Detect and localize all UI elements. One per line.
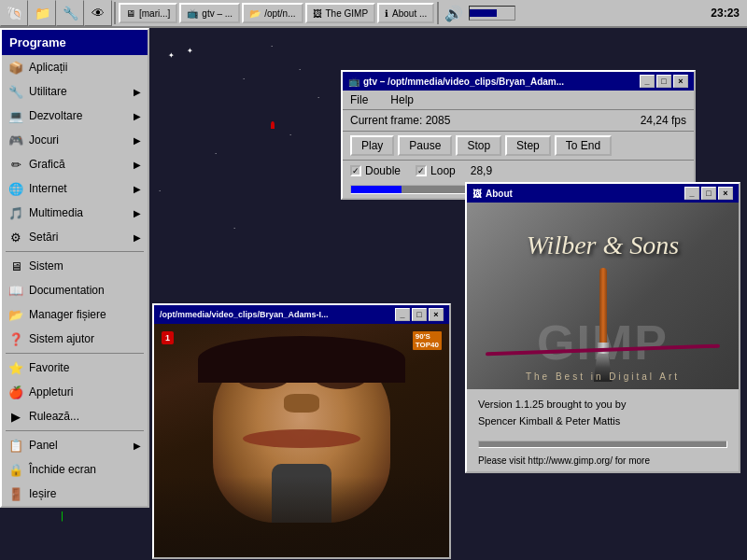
gtv-frame-label: Current frame: 2085 (350, 114, 450, 127)
gtv-loop-checkbox[interactable]: ✓ (416, 165, 427, 176)
menu-item-grafica-label: Grafică (29, 158, 65, 171)
menu-item-panel[interactable]: 📋 Panel ▶ (2, 433, 148, 457)
menu-item-setari[interactable]: ⚙ Setări ▶ (2, 225, 148, 249)
star-4: · (215, 149, 217, 158)
star-7: · (233, 224, 235, 232)
menu-item-manager-label: Manager fișiere (29, 308, 106, 321)
menu-item-internet[interactable]: 🌐 Internet ▶ (2, 176, 148, 201)
opt-icon: 📂 (249, 8, 261, 19)
taskbar-btn-gtv-label: gtv – ... (202, 8, 233, 19)
menu-item-appleturi-label: Appleturi (29, 385, 73, 399)
menu-item-inchide[interactable]: 🔒 Închide ecran (2, 457, 148, 482)
gimp-tb-icon: 🖼 (313, 8, 322, 19)
aplicatii-icon: 📦 (8, 60, 23, 75)
gtv-menu-help[interactable]: Help (387, 92, 417, 107)
gimp-canvas: GIMP Wilber & Sons The Best in Digital A… (467, 203, 739, 389)
taskbar-btn-gimp-label: The GIMP (326, 8, 369, 19)
menu-item-iesire[interactable]: 🚪 Ieșire (2, 482, 148, 506)
menu-item-dezvoltare-label: Dezvoltare (29, 109, 82, 122)
taskbar-btn-mari-label: [mari...] (139, 8, 170, 19)
taskbar-tools-icon[interactable]: 🔧 (56, 0, 84, 26)
jocuri-icon: 🎮 (8, 133, 23, 147)
taskbar-btn-about-label: About ... (392, 8, 427, 19)
setari-arrow: ▶ (134, 232, 141, 243)
gtv-double-checkbox[interactable]: ✓ (350, 165, 361, 176)
gimp-about-window: 🖼 About _ □ × GIMP Wilber & Sons (465, 182, 740, 473)
menu-item-documentation-label: Documentation (29, 284, 105, 297)
gimp-about-titlebar: 🖼 About _ □ × (467, 184, 739, 203)
menu-sep-2 (6, 353, 144, 354)
menu-item-sistem[interactable]: 🖥 Sistem (2, 254, 148, 278)
gtv-options: ✓ Double ✓ Loop 28,9 (343, 161, 694, 181)
taskbar-folder-icon[interactable]: 📁 (28, 0, 56, 26)
gimp-minimize-btn[interactable]: _ (684, 187, 699, 200)
taskbar-btn-about[interactable]: ℹ About ... (377, 3, 434, 23)
utilitare-icon: 🔧 (8, 84, 23, 99)
gimp-about-title-icon: 🖼 (472, 189, 482, 199)
menu-item-favorite-label: Favorite (29, 361, 69, 374)
gimp-version-text: Version 1.1.25 brought to you by (478, 397, 727, 413)
taskbar: 🐚 📁 🔧 👁 🖥 [mari...] 📺 gtv – ... 📂 /opt/n… (0, 0, 747, 28)
grafica-arrow: ▶ (134, 160, 141, 170)
menu-item-jocuri[interactable]: 🎮 Jocuri ▶ (2, 128, 148, 152)
panel-arrow: ▶ (134, 441, 141, 451)
taskbar-btn-mari[interactable]: 🖥 [mari...] (119, 3, 177, 23)
menu-item-documentation[interactable]: 📖 Documentation (2, 278, 148, 302)
volume-slider[interactable] (469, 6, 515, 21)
gtv-stop-btn[interactable]: Stop (456, 135, 501, 156)
multimedia-icon: 🎵 (8, 205, 23, 220)
gtv-pause-btn[interactable]: Pause (398, 135, 452, 156)
menu-item-ajutor-label: Sistem ajutor (29, 332, 94, 345)
gtv-controls: Play Pause Stop Step To End (343, 132, 694, 161)
gtv-loop-label: Loop (430, 164, 456, 177)
menu-sep-3 (6, 430, 144, 431)
gtv-double-check[interactable]: ✓ Double (350, 164, 401, 177)
gtv-step-btn[interactable]: Step (505, 135, 551, 156)
gimp-logo-area: Wilber & Sons (486, 231, 720, 260)
gimp-close-btn[interactable]: × (718, 187, 733, 200)
video-minimize-btn[interactable]: _ (395, 308, 410, 321)
menu-item-internet-label: Internet (29, 182, 67, 195)
video-maximize-btn[interactable]: □ (412, 308, 427, 321)
menu-item-ruleaza[interactable]: ▶ Rulează... (2, 404, 148, 428)
taskbar-eye-icon[interactable]: 👁 (84, 0, 112, 26)
gimp-authors-text: Spencer Kimball & Peter Mattis (478, 413, 727, 430)
gtv-maximize-btn[interactable]: □ (656, 75, 671, 88)
menu-item-jocuri-label: Jocuri (29, 133, 59, 147)
gtv-info-bar: Current frame: 2085 24,24 fps (343, 110, 694, 132)
video-close-btn[interactable]: × (429, 308, 444, 321)
menu-item-utilitare[interactable]: 🔧 Utilitare ▶ (2, 79, 148, 104)
menu-item-ajutor[interactable]: ❓ Sistem ajutor (2, 327, 148, 351)
gimp-wilber-text: Wilber & Sons (486, 231, 720, 260)
menu-item-inchide-label: Închide ecran (29, 463, 96, 476)
video-mouth (243, 429, 360, 448)
video-mic (272, 464, 331, 523)
gtv-loop-check[interactable]: ✓ Loop (416, 164, 456, 177)
star-6: · (159, 187, 161, 195)
star-11: · (271, 42, 273, 50)
menu-item-appleturi[interactable]: 🍎 Appleturi (2, 380, 148, 404)
volume-icon[interactable]: 🔊 (441, 0, 467, 26)
taskbar-btn-opt[interactable]: 📂 /opt/n... (242, 3, 303, 23)
menu-item-manager[interactable]: 📂 Manager fișiere (2, 302, 148, 327)
menu-item-grafica[interactable]: ✏ Grafică ▶ (2, 152, 148, 176)
gtv-menu-file[interactable]: File (346, 92, 372, 107)
gtv-play-btn[interactable]: Play (350, 135, 394, 156)
taskbar-shell-icon[interactable]: 🐚 (0, 0, 28, 26)
gtv-toend-btn[interactable]: To End (555, 135, 612, 156)
menu-item-aplicatii[interactable]: 📦 Aplicații (2, 55, 148, 79)
taskbar-btn-gimp[interactable]: 🖼 The GIMP (305, 3, 376, 23)
menu-item-multimedia[interactable]: 🎵 Multimedia ▶ (2, 201, 148, 225)
gtv-minimize-btn[interactable]: _ (640, 75, 655, 88)
gtv-menubar: File Help (343, 91, 694, 110)
gtv-double-label: Double (365, 164, 401, 177)
taskbar-btn-gtv[interactable]: 📺 gtv – ... (179, 3, 240, 23)
menu-item-ruleaza-label: Rulează... (29, 410, 79, 423)
gimp-maximize-btn[interactable]: □ (701, 187, 716, 200)
gtv-close-btn[interactable]: × (673, 75, 688, 88)
multimedia-arrow: ▶ (134, 208, 141, 218)
video-frame: 1 90'STOP40 (154, 324, 449, 557)
menu-item-utilitare-label: Utilitare (29, 85, 67, 98)
menu-item-favorite[interactable]: ⭐ Favorite (2, 356, 148, 380)
menu-item-dezvoltare[interactable]: 💻 Dezvoltare ▶ (2, 104, 148, 128)
